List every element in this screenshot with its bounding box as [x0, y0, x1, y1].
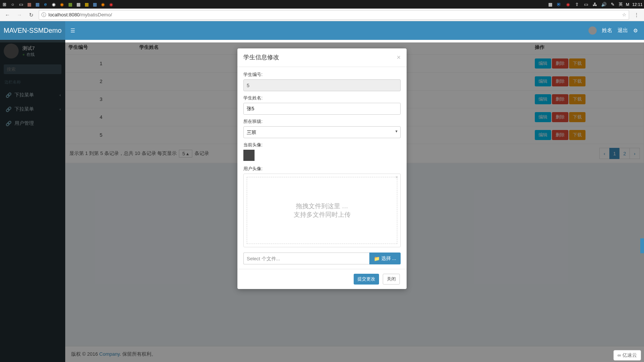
label-name: 学生姓名: — [243, 95, 401, 101]
gear-icon[interactable]: ⚙ — [633, 28, 638, 34]
ime-lang[interactable]: 英 — [619, 1, 623, 7]
tray-icon[interactable]: ◉ — [565, 1, 571, 7]
modal-overlay: 学生信息修改 × 学生编号: 学生姓名: 所在班级: 三班 — [0, 42, 644, 362]
dropzone-close-icon[interactable]: × — [395, 175, 398, 180]
chrome-icon[interactable]: ◉ — [51, 1, 57, 7]
label-class: 所在班级: — [243, 118, 401, 125]
app-icon[interactable]: ▦ — [34, 1, 40, 7]
file-select-button[interactable]: 📁 选择 ... — [369, 253, 401, 264]
app-icon[interactable]: ▦ — [26, 1, 32, 7]
os-taskbar: ⊞ ○ ▭ ▦ ▦ e ◉ ◉ ▦ ▦ ▦ ▦ ◉ ◉ ▦ ⛨ ◉ ⇪ ▭ 🖧 … — [0, 0, 644, 9]
watermark: ∞ 亿速云 — [613, 350, 641, 361]
bookmark-icon[interactable]: ☆ — [622, 12, 626, 18]
browser-toolbar: ← → ↻ ⓘ localhost:8080/mybatisDemo/ ☆ ⋮ — [0, 9, 644, 21]
app-icon[interactable]: ▦ — [83, 1, 89, 7]
shield-icon[interactable]: ⛨ — [556, 1, 562, 7]
label-id: 学生编号: — [243, 72, 401, 78]
submit-button[interactable]: 提交更改 — [354, 274, 379, 285]
network-icon[interactable]: 🖧 — [592, 1, 598, 7]
taskview-icon[interactable]: ▭ — [18, 1, 24, 7]
file-path-display: Select 个文件... — [243, 253, 369, 264]
close-button[interactable]: 关闭 — [383, 274, 400, 285]
clock[interactable]: 12:11 — [632, 2, 643, 7]
app-icon[interactable]: ▦ — [92, 1, 98, 7]
folder-icon: 📁 — [374, 256, 380, 261]
app-icon[interactable]: ▦ — [67, 1, 73, 7]
class-select[interactable]: 三班 — [243, 126, 401, 138]
dropzone-text1: 拖拽文件到这里 … — [296, 202, 348, 210]
upload-area: × 拖拽文件到这里 … 支持多文件同时上传 — [243, 174, 401, 247]
url-host: localhost:8080 — [48, 12, 80, 18]
sidebar-toggle[interactable]: ☰ — [65, 28, 80, 34]
student-id-input — [243, 79, 401, 91]
firefox-icon[interactable]: ◉ — [100, 1, 106, 7]
edge-icon[interactable]: e — [42, 1, 48, 7]
nav-username[interactable]: 姓名 — [602, 27, 612, 34]
url-path: /mybatisDemo/ — [80, 12, 112, 18]
modal-title: 学生信息修改 — [243, 54, 279, 61]
dropzone-text2: 支持多文件同时上传 — [294, 210, 351, 219]
site-info-icon[interactable]: ⓘ — [41, 12, 46, 18]
battery-icon[interactable]: ▭ — [583, 1, 589, 7]
app-logo[interactable]: MAVEN-SSMDemo — [0, 21, 65, 40]
ime-m[interactable]: M — [626, 2, 629, 7]
tray-icon[interactable]: ▦ — [547, 1, 553, 7]
label-user-avatar: 用户头像: — [243, 166, 401, 172]
volume-icon[interactable]: 🔊 — [601, 1, 607, 7]
input-icon[interactable]: ✎ — [610, 1, 616, 7]
forward-button[interactable]: → — [15, 10, 24, 19]
app-icon[interactable]: ▦ — [75, 1, 81, 7]
avatar-preview — [243, 150, 255, 161]
student-name-input[interactable] — [243, 103, 401, 115]
usb-icon[interactable]: ⇪ — [574, 1, 580, 7]
label-current-avatar: 当前头像: — [243, 142, 401, 148]
firefox-icon[interactable]: ◉ — [59, 1, 65, 7]
cortana-icon[interactable]: ○ — [10, 1, 16, 7]
edit-student-modal: 学生信息修改 × 学生编号: 学生姓名: 所在班级: 三班 — [237, 48, 407, 289]
close-icon[interactable]: × — [397, 54, 401, 61]
menu-button[interactable]: ⋮ — [632, 10, 641, 19]
start-icon[interactable]: ⊞ — [1, 1, 7, 7]
back-button[interactable]: ← — [3, 10, 12, 19]
app-navbar: MAVEN-SSMDemo ☰ 姓名 退出 ⚙ — [0, 21, 644, 40]
logout-link[interactable]: 退出 — [618, 27, 628, 34]
dropzone[interactable]: 拖拽文件到这里 … 支持多文件同时上传 — [247, 177, 397, 244]
app-icon[interactable]: ◉ — [108, 1, 114, 7]
avatar[interactable] — [588, 26, 597, 35]
address-bar[interactable]: ⓘ localhost:8080/mybatisDemo/ ☆ — [39, 10, 629, 20]
reload-button[interactable]: ↻ — [27, 10, 36, 19]
side-tab[interactable] — [640, 238, 644, 253]
